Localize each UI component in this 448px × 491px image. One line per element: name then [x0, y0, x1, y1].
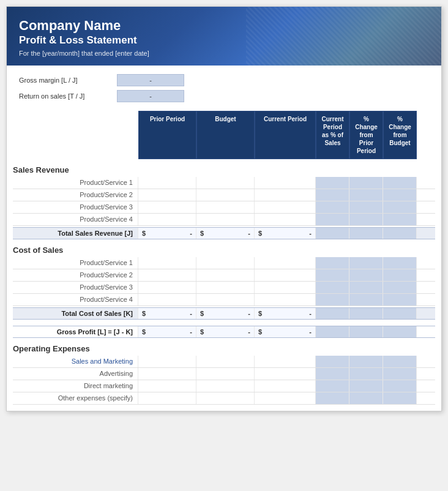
table-row: Direct marketing [13, 380, 435, 392]
item-label: Other expenses (specify) [13, 392, 138, 404]
total-cost-label: Total Cost of Sales [K] [13, 308, 138, 319]
table-row: Product/Service 4 [13, 294, 435, 306]
report-subtitle: For the [year/month] that ended [enter d… [19, 50, 429, 57]
item-label: Product/Service 1 [13, 177, 138, 189]
pct-sales-value [316, 177, 349, 189]
total-sales-row: Total Sales Revenue [J] $ - $ - $ - [13, 227, 435, 239]
table-row: Product/Service 2 [13, 189, 435, 201]
gross-profit-budget: $ - [196, 326, 255, 337]
col-header-empty [13, 111, 138, 159]
subsection-label: Sales and Marketing [13, 356, 138, 367]
pct-prior-value [349, 177, 383, 189]
prior-period-value [138, 177, 196, 189]
company-name: Company Name [19, 18, 429, 34]
col-header-pct-sales: Current Period as % of Sales [316, 111, 349, 159]
page: Company Name Profit & Loss Statement For… [6, 6, 442, 411]
table-row: Product/Service 1 [13, 177, 435, 189]
item-label: Product/Service 3 [13, 282, 138, 293]
col-header-pct-change-prior: % Change from Prior Period [349, 111, 383, 159]
current-period-value [255, 177, 316, 189]
item-label: Product/Service 4 [13, 294, 138, 305]
gross-profit-current: $ - [255, 326, 316, 337]
currency-val: - [190, 230, 192, 237]
item-label: Product/Service 3 [13, 201, 138, 213]
currency-sym: $ [142, 230, 146, 237]
main-table: Prior Period Budget Current Period Curre… [7, 111, 441, 411]
item-label: Product/Service 2 [13, 269, 138, 281]
item-label: Product/Service 2 [13, 189, 138, 201]
total-sales-prior: $ - [138, 228, 196, 239]
return-on-sales-label: Return on sales [T / J] [19, 92, 117, 100]
item-label: Direct marketing [13, 380, 138, 392]
cost-of-sales-header: Cost of Sales [13, 239, 435, 257]
table-row: Product/Service 3 [13, 201, 435, 214]
column-headers: Prior Period Budget Current Period Curre… [13, 111, 435, 159]
total-cost-budget: $ - [196, 308, 255, 319]
table-row: Product/Service 2 [13, 269, 435, 282]
operating-expenses-header: Operating Expenses [13, 338, 435, 356]
table-row: Sales and Marketing [13, 356, 435, 368]
report-title: Profit & Loss Statement [19, 34, 429, 47]
table-row: Product/Service 4 [13, 214, 435, 226]
table-row: Advertising [13, 368, 435, 380]
item-label: Product/Service 1 [13, 257, 138, 269]
header: Company Name Profit & Loss Statement For… [7, 7, 441, 66]
return-on-sales-row: Return on sales [T / J] - [19, 90, 429, 102]
table-row: Product/Service 3 [13, 282, 435, 294]
item-label: Advertising [13, 368, 138, 380]
table-row: Product/Service 1 [13, 257, 435, 269]
total-sales-budget: $ - [196, 228, 255, 239]
total-sales-current: $ - [255, 228, 316, 239]
table-row: Other expenses (specify) [13, 392, 435, 405]
item-label: Product/Service 4 [13, 214, 138, 225]
col-header-prior-period: Prior Period [138, 111, 196, 159]
pct-budget-value [383, 177, 417, 189]
sales-revenue-header: Sales Revenue [13, 159, 435, 177]
gross-profit-prior: $ - [138, 326, 196, 337]
total-cost-row: Total Cost of Sales [K] $ - $ - $ - [13, 307, 435, 320]
gross-margin-label: Gross margin [L / J] [19, 77, 117, 84]
gross-profit-row: Gross Profit [L] = [J - K] $ - $ - $ - [13, 326, 435, 338]
budget-value [196, 177, 255, 189]
gross-profit-label: Gross Profit [L] = [J - K] [13, 326, 138, 337]
col-header-budget: Budget [196, 111, 255, 159]
gross-margin-value: - [117, 74, 184, 86]
gross-margin-row: Gross margin [L / J] - [19, 74, 429, 86]
total-cost-prior: $ - [138, 308, 196, 319]
col-header-pct-change-budget: % Change from Budget [383, 111, 417, 159]
total-cost-current: $ - [255, 308, 316, 319]
total-sales-label: Total Sales Revenue [J] [13, 228, 138, 239]
col-header-current-period: Current Period [255, 111, 316, 159]
ratios-section: Gross margin [L / J] - Return on sales [… [7, 66, 441, 111]
return-on-sales-value: - [117, 90, 184, 102]
